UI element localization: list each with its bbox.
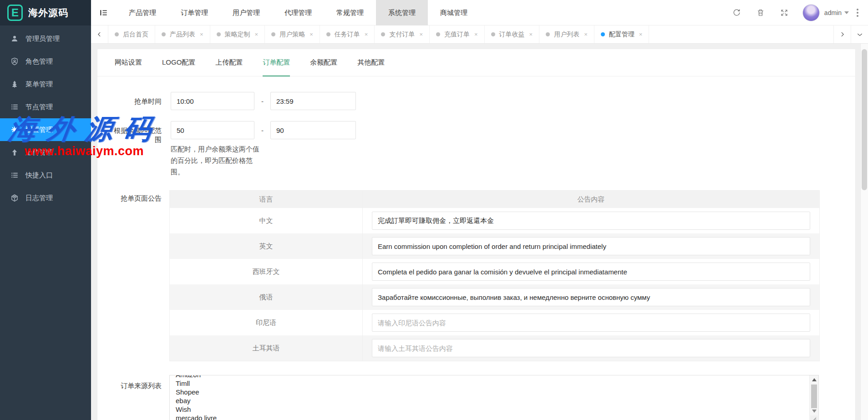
tab-dot: [217, 32, 221, 36]
match-range-min-input[interactable]: [171, 121, 254, 139]
topbar-right: admin: [725, 0, 868, 25]
content-column-header: 公告内容: [363, 195, 819, 204]
role-badge-icon: [10, 57, 19, 66]
tab-order-config[interactable]: 订单配置: [263, 49, 290, 76]
tab-dot: [381, 32, 385, 36]
page-scrollbar[interactable]: [860, 44, 868, 420]
page-scrollbar-thumb[interactable]: [862, 49, 867, 190]
sidebar-item-role[interactable]: 角色管理: [0, 50, 91, 73]
language-cell: 俄语: [170, 284, 363, 310]
tab-site-settings[interactable]: 网站设置: [115, 49, 142, 76]
language-cell: 土耳其语: [170, 335, 363, 361]
sidebar-item-label: 菜单管理: [25, 80, 53, 89]
topnav-item-mall[interactable]: 商城管理: [428, 0, 480, 25]
notice-row: 抢单页面公告 语言 公告内容 中文: [97, 190, 855, 361]
tab-label: 后台首页: [123, 30, 148, 39]
close-icon[interactable]: ×: [419, 31, 423, 38]
order-source-row: 订单来源列表 Amazon Timll Shopee ebay Wish mer…: [97, 375, 855, 420]
notice-input-chinese[interactable]: [372, 212, 810, 230]
tabs-menu-icon[interactable]: [851, 25, 868, 43]
wintab-order-profit[interactable]: 订单收益 ×: [485, 25, 540, 43]
sidebar-item-menu[interactable]: 菜单管理: [0, 73, 91, 96]
sidebar-item-label: 日志管理: [25, 194, 53, 202]
topnav-item-agent[interactable]: 代理管理: [272, 0, 324, 25]
sidebar-item-shortcut[interactable]: 快捷入口: [0, 164, 91, 187]
wintab-task-order[interactable]: 任务订单 ×: [320, 25, 375, 43]
scroll-down-icon[interactable]: [810, 408, 818, 415]
upload-arrow-icon: [10, 148, 19, 157]
sidebar-item-log[interactable]: 日志管理: [0, 187, 91, 209]
notice-input-indonesian[interactable]: [372, 314, 810, 332]
sidebar-item-label: 配置管理: [25, 126, 53, 134]
topnav-item-general[interactable]: 常规管理: [324, 0, 376, 25]
order-source-line: Timll: [176, 379, 818, 388]
main-area: 产品管理 订单管理 用户管理 代理管理 常规管理 系统管理 商城管理: [91, 0, 868, 420]
table-row: 俄语: [170, 284, 819, 310]
sidebar-item-node[interactable]: 节点管理: [0, 96, 91, 118]
language-cell: 印尼语: [170, 310, 363, 335]
grab-time-start-input[interactable]: [171, 92, 254, 110]
wintab-pay-order[interactable]: 支付订单 ×: [375, 25, 430, 43]
sidebar-item-upload[interactable]: 上传管理: [0, 141, 91, 164]
notice-input-english[interactable]: [372, 237, 810, 255]
tab-label: 订单收益: [499, 30, 525, 39]
tabs-scroll-right-icon[interactable]: [833, 25, 851, 43]
topnav-item-product[interactable]: 产品管理: [117, 0, 168, 25]
order-source-label: 订单来源列表: [97, 375, 162, 420]
fullscreen-icon[interactable]: [775, 0, 793, 25]
resize-grip-icon[interactable]: [810, 415, 818, 420]
sidebar-item-label: 节点管理: [25, 103, 53, 111]
range-separator: -: [261, 97, 264, 105]
tabbar-spacer: [649, 25, 833, 43]
node-list-icon: [10, 102, 19, 111]
scrollbar-thumb[interactable]: [811, 385, 817, 408]
wintab-recharge-order[interactable]: 充值订单 ×: [430, 25, 485, 43]
sidebar-item-config[interactable]: 配置管理: [0, 118, 91, 141]
tab-label: 任务订单: [335, 30, 360, 39]
close-icon[interactable]: ×: [255, 31, 259, 38]
wintab-strategy[interactable]: 策略定制 ×: [210, 25, 265, 43]
close-icon[interactable]: ×: [474, 31, 478, 38]
tab-logo-config[interactable]: LOGO配置: [162, 49, 195, 76]
close-icon[interactable]: ×: [529, 31, 533, 38]
more-icon[interactable]: [852, 0, 863, 25]
wintab-user-list[interactable]: 用户列表 ×: [539, 25, 594, 43]
collapse-menu-icon[interactable]: [91, 0, 117, 25]
refresh-icon[interactable]: [728, 0, 746, 25]
wintab-config[interactable]: 配置管理 ×: [594, 25, 650, 43]
wintab-user-strategy[interactable]: 用户策略 ×: [265, 25, 320, 43]
close-icon[interactable]: ×: [639, 31, 643, 38]
order-source-line: mercado livre: [176, 414, 818, 420]
wintab-home[interactable]: 后台首页: [108, 25, 155, 43]
notice-input-russian[interactable]: [372, 288, 810, 306]
app-logo[interactable]: E 海外源码: [0, 0, 91, 25]
order-source-textarea[interactable]: Amazon Timll Shopee ebay Wish mercado li…: [169, 375, 819, 420]
close-icon[interactable]: ×: [310, 31, 313, 38]
textarea-scrollbar[interactable]: [809, 375, 818, 420]
topnav-item-user[interactable]: 用户管理: [220, 0, 272, 25]
user-avatar[interactable]: [802, 4, 820, 21]
tab-balance-config[interactable]: 余额配置: [310, 49, 337, 76]
sidebar-item-admin[interactable]: 管理员管理: [0, 27, 91, 50]
topnav-item-system[interactable]: 系统管理: [376, 0, 428, 25]
order-source-line: Shopee: [176, 388, 818, 396]
tab-upload-config[interactable]: 上传配置: [215, 49, 243, 76]
scroll-up-icon[interactable]: [810, 376, 818, 383]
user-menu[interactable]: admin: [824, 9, 849, 16]
grab-time-end-input[interactable]: [270, 92, 356, 110]
match-range-row: 根据余额匹配范围 - 匹配时，用户余额乘这两个值的百分比，即为匹配价格范围。: [97, 121, 855, 177]
tab-other-config[interactable]: 其他配置: [357, 49, 385, 76]
notice-input-turkish[interactable]: [372, 339, 810, 357]
close-icon[interactable]: ×: [584, 31, 588, 38]
trash-icon[interactable]: [751, 0, 770, 25]
match-range-max-input[interactable]: [270, 121, 356, 139]
wintab-product-list[interactable]: 产品列表 ×: [155, 25, 210, 43]
table-row: 英文: [170, 233, 819, 259]
close-icon[interactable]: ×: [365, 31, 368, 38]
close-icon[interactable]: ×: [200, 31, 203, 38]
sidebar: E 海外源码 管理员管理 角色管理 菜单管理: [0, 0, 91, 420]
topnav-item-order[interactable]: 订单管理: [168, 0, 220, 25]
tab-dot: [326, 32, 330, 36]
notice-input-spanish[interactable]: [372, 263, 810, 281]
tabs-scroll-left-icon[interactable]: [91, 25, 108, 43]
